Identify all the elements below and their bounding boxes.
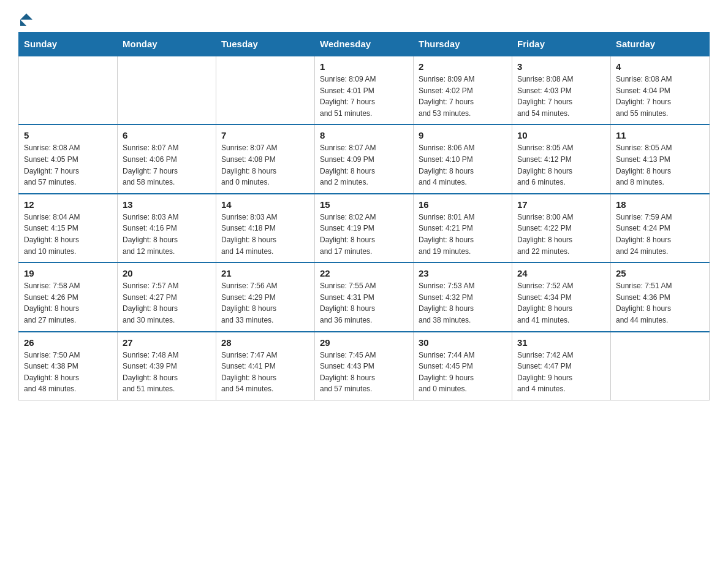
calendar-cell: 16Sunrise: 8:01 AM Sunset: 4:21 PM Dayli… xyxy=(414,194,512,262)
calendar-cell: 4Sunrise: 8:08 AM Sunset: 4:04 PM Daylig… xyxy=(611,56,710,124)
calendar-cell: 27Sunrise: 7:48 AM Sunset: 4:39 PM Dayli… xyxy=(118,332,216,400)
calendar-cell: 25Sunrise: 7:51 AM Sunset: 4:36 PM Dayli… xyxy=(611,262,710,331)
calendar-cell xyxy=(611,332,710,400)
day-number: 16 xyxy=(419,199,507,210)
weekday-header-thursday: Thursday xyxy=(414,33,512,56)
day-number: 2 xyxy=(419,61,507,72)
calendar-cell: 14Sunrise: 8:03 AM Sunset: 4:18 PM Dayli… xyxy=(216,194,315,262)
day-info: Sunrise: 8:00 AM Sunset: 4:22 PM Dayligh… xyxy=(517,212,605,257)
day-number: 28 xyxy=(221,337,309,348)
calendar-cell: 7Sunrise: 8:07 AM Sunset: 4:08 PM Daylig… xyxy=(216,124,315,193)
calendar-cell: 15Sunrise: 8:02 AM Sunset: 4:19 PM Dayli… xyxy=(315,194,414,262)
day-number: 21 xyxy=(221,268,309,278)
day-number: 20 xyxy=(123,268,211,278)
page-header xyxy=(18,12,710,26)
day-info: Sunrise: 7:57 AM Sunset: 4:27 PM Dayligh… xyxy=(123,280,211,326)
calendar-cell: 19Sunrise: 7:58 AM Sunset: 4:26 PM Dayli… xyxy=(19,262,118,331)
calendar-cell: 3Sunrise: 8:08 AM Sunset: 4:03 PM Daylig… xyxy=(512,56,611,124)
day-info: Sunrise: 8:08 AM Sunset: 4:04 PM Dayligh… xyxy=(616,74,704,119)
day-info: Sunrise: 7:51 AM Sunset: 4:36 PM Dayligh… xyxy=(616,280,704,326)
weekday-header-wednesday: Wednesday xyxy=(315,33,414,56)
day-info: Sunrise: 8:03 AM Sunset: 4:18 PM Dayligh… xyxy=(221,212,309,257)
calendar-cell: 21Sunrise: 7:56 AM Sunset: 4:29 PM Dayli… xyxy=(216,262,315,331)
weekday-header-saturday: Saturday xyxy=(611,33,710,56)
day-number: 6 xyxy=(123,130,211,140)
day-number: 31 xyxy=(517,337,605,348)
day-info: Sunrise: 7:44 AM Sunset: 4:45 PM Dayligh… xyxy=(419,350,507,395)
day-number: 7 xyxy=(221,130,309,140)
day-info: Sunrise: 8:07 AM Sunset: 4:09 PM Dayligh… xyxy=(320,142,408,188)
day-number: 29 xyxy=(320,337,408,348)
weekday-header-friday: Friday xyxy=(512,33,611,56)
day-info: Sunrise: 7:47 AM Sunset: 4:41 PM Dayligh… xyxy=(221,350,309,395)
day-info: Sunrise: 8:01 AM Sunset: 4:21 PM Dayligh… xyxy=(419,212,507,257)
calendar-cell: 24Sunrise: 7:52 AM Sunset: 4:34 PM Dayli… xyxy=(512,262,611,331)
day-info: Sunrise: 8:07 AM Sunset: 4:06 PM Dayligh… xyxy=(123,142,211,188)
day-info: Sunrise: 7:56 AM Sunset: 4:29 PM Dayligh… xyxy=(221,280,309,326)
calendar-cell xyxy=(118,56,216,124)
calendar-cell: 31Sunrise: 7:42 AM Sunset: 4:47 PM Dayli… xyxy=(512,332,611,400)
day-info: Sunrise: 8:08 AM Sunset: 4:03 PM Dayligh… xyxy=(517,74,605,119)
calendar-cell xyxy=(216,56,315,124)
day-info: Sunrise: 8:02 AM Sunset: 4:19 PM Dayligh… xyxy=(320,212,408,257)
calendar-cell: 29Sunrise: 7:45 AM Sunset: 4:43 PM Dayli… xyxy=(315,332,414,400)
day-number: 5 xyxy=(24,130,112,140)
day-info: Sunrise: 7:52 AM Sunset: 4:34 PM Dayligh… xyxy=(517,280,605,326)
day-info: Sunrise: 7:45 AM Sunset: 4:43 PM Dayligh… xyxy=(320,350,408,395)
day-number: 18 xyxy=(616,199,704,210)
calendar-week-4: 19Sunrise: 7:58 AM Sunset: 4:26 PM Dayli… xyxy=(19,262,710,331)
day-number: 1 xyxy=(320,61,408,72)
day-info: Sunrise: 7:58 AM Sunset: 4:26 PM Dayligh… xyxy=(24,280,112,326)
logo xyxy=(18,12,32,26)
day-number: 8 xyxy=(320,130,408,140)
day-number: 19 xyxy=(24,268,112,278)
day-info: Sunrise: 8:09 AM Sunset: 4:01 PM Dayligh… xyxy=(320,74,408,119)
day-info: Sunrise: 7:55 AM Sunset: 4:31 PM Dayligh… xyxy=(320,280,408,326)
day-number: 26 xyxy=(24,337,112,348)
calendar-week-2: 5Sunrise: 8:08 AM Sunset: 4:05 PM Daylig… xyxy=(19,124,710,193)
calendar-week-5: 26Sunrise: 7:50 AM Sunset: 4:38 PM Dayli… xyxy=(19,332,710,400)
day-info: Sunrise: 8:04 AM Sunset: 4:15 PM Dayligh… xyxy=(24,212,112,257)
weekday-header-sunday: Sunday xyxy=(19,33,118,56)
day-info: Sunrise: 8:03 AM Sunset: 4:16 PM Dayligh… xyxy=(123,212,211,257)
calendar-cell: 6Sunrise: 8:07 AM Sunset: 4:06 PM Daylig… xyxy=(118,124,216,193)
calendar-week-1: 1Sunrise: 8:09 AM Sunset: 4:01 PM Daylig… xyxy=(19,56,710,124)
calendar-cell: 11Sunrise: 8:05 AM Sunset: 4:13 PM Dayli… xyxy=(611,124,710,193)
logo-icon xyxy=(20,13,32,26)
day-info: Sunrise: 7:50 AM Sunset: 4:38 PM Dayligh… xyxy=(24,350,112,395)
day-info: Sunrise: 8:09 AM Sunset: 4:02 PM Dayligh… xyxy=(419,74,507,119)
day-info: Sunrise: 8:05 AM Sunset: 4:13 PM Dayligh… xyxy=(616,142,704,188)
calendar-cell: 13Sunrise: 8:03 AM Sunset: 4:16 PM Dayli… xyxy=(118,194,216,262)
day-info: Sunrise: 8:05 AM Sunset: 4:12 PM Dayligh… xyxy=(517,142,605,188)
day-number: 25 xyxy=(616,268,704,278)
day-number: 22 xyxy=(320,268,408,278)
weekday-header-monday: Monday xyxy=(118,33,216,56)
day-number: 12 xyxy=(24,199,112,210)
day-number: 14 xyxy=(221,199,309,210)
day-number: 15 xyxy=(320,199,408,210)
day-number: 30 xyxy=(419,337,507,348)
day-info: Sunrise: 8:06 AM Sunset: 4:10 PM Dayligh… xyxy=(419,142,507,188)
calendar-week-3: 12Sunrise: 8:04 AM Sunset: 4:15 PM Dayli… xyxy=(19,194,710,262)
day-info: Sunrise: 7:42 AM Sunset: 4:47 PM Dayligh… xyxy=(517,350,605,395)
calendar-cell: 18Sunrise: 7:59 AM Sunset: 4:24 PM Dayli… xyxy=(611,194,710,262)
calendar-cell: 30Sunrise: 7:44 AM Sunset: 4:45 PM Dayli… xyxy=(414,332,512,400)
day-number: 27 xyxy=(123,337,211,348)
calendar-cell: 23Sunrise: 7:53 AM Sunset: 4:32 PM Dayli… xyxy=(414,262,512,331)
day-number: 23 xyxy=(419,268,507,278)
calendar-cell: 20Sunrise: 7:57 AM Sunset: 4:27 PM Dayli… xyxy=(118,262,216,331)
day-number: 13 xyxy=(123,199,211,210)
calendar-cell: 1Sunrise: 8:09 AM Sunset: 4:01 PM Daylig… xyxy=(315,56,414,124)
day-number: 24 xyxy=(517,268,605,278)
calendar-cell xyxy=(19,56,118,124)
calendar-cell: 10Sunrise: 8:05 AM Sunset: 4:12 PM Dayli… xyxy=(512,124,611,193)
day-info: Sunrise: 7:48 AM Sunset: 4:39 PM Dayligh… xyxy=(123,350,211,395)
weekday-header-tuesday: Tuesday xyxy=(216,33,315,56)
day-info: Sunrise: 7:53 AM Sunset: 4:32 PM Dayligh… xyxy=(419,280,507,326)
calendar-cell: 22Sunrise: 7:55 AM Sunset: 4:31 PM Dayli… xyxy=(315,262,414,331)
day-number: 3 xyxy=(517,61,605,72)
triangle-top-icon xyxy=(20,13,32,20)
calendar-cell: 17Sunrise: 8:00 AM Sunset: 4:22 PM Dayli… xyxy=(512,194,611,262)
calendar-cell: 26Sunrise: 7:50 AM Sunset: 4:38 PM Dayli… xyxy=(19,332,118,400)
day-number: 10 xyxy=(517,130,605,140)
